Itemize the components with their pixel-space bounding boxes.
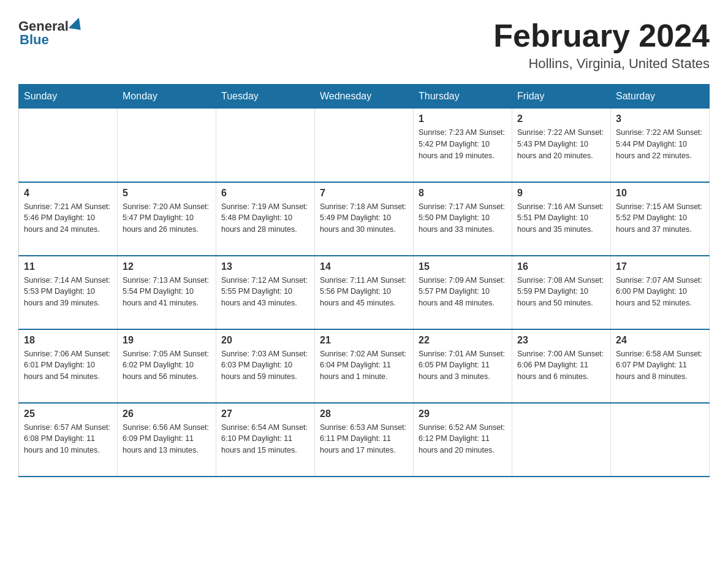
day-info: Sunrise: 7:18 AM Sunset: 5:49 PM Dayligh…	[320, 201, 408, 236]
day-number: 28	[320, 408, 408, 419]
calendar-day-2: 2Sunrise: 7:22 AM Sunset: 5:43 PM Daylig…	[512, 109, 611, 182]
day-info: Sunrise: 7:06 AM Sunset: 6:01 PM Dayligh…	[24, 348, 112, 383]
calendar-day-3: 3Sunrise: 7:22 AM Sunset: 5:44 PM Daylig…	[611, 109, 710, 182]
logo-blue-text: Blue	[20, 32, 49, 48]
day-number: 23	[517, 335, 605, 346]
calendar-day-7: 7Sunrise: 7:18 AM Sunset: 5:49 PM Daylig…	[315, 182, 414, 256]
day-number: 21	[320, 335, 408, 346]
calendar-day-16: 16Sunrise: 7:08 AM Sunset: 5:59 PM Dayli…	[512, 256, 611, 329]
calendar-day-14: 14Sunrise: 7:11 AM Sunset: 5:56 PM Dayli…	[315, 256, 414, 329]
calendar-empty-cell	[216, 109, 315, 182]
day-number: 19	[123, 335, 211, 346]
day-number: 11	[24, 261, 112, 272]
calendar-empty-cell	[611, 403, 710, 477]
page-header: General Blue February 2024 Hollins, Virg…	[18, 18, 710, 72]
calendar-week-row: 11Sunrise: 7:14 AM Sunset: 5:53 PM Dayli…	[19, 256, 710, 329]
day-number: 26	[123, 408, 211, 419]
day-number: 16	[517, 261, 605, 272]
day-number: 15	[419, 261, 507, 272]
day-info: Sunrise: 6:52 AM Sunset: 6:12 PM Dayligh…	[419, 422, 507, 456]
day-number: 4	[24, 188, 112, 199]
day-info: Sunrise: 7:22 AM Sunset: 5:43 PM Dayligh…	[517, 127, 605, 161]
weekday-header-friday: Friday	[512, 85, 611, 109]
calendar-day-22: 22Sunrise: 7:01 AM Sunset: 6:05 PM Dayli…	[414, 329, 512, 403]
day-info: Sunrise: 7:14 AM Sunset: 5:53 PM Dayligh…	[24, 275, 112, 309]
weekday-header-thursday: Thursday	[414, 85, 512, 109]
calendar-header-row: SundayMondayTuesdayWednesdayThursdayFrid…	[19, 85, 710, 109]
title-section: February 2024 Hollins, Virginia, United …	[493, 18, 710, 72]
day-number: 7	[320, 188, 408, 199]
calendar-day-10: 10Sunrise: 7:15 AM Sunset: 5:52 PM Dayli…	[611, 182, 710, 256]
calendar-week-row: 18Sunrise: 7:06 AM Sunset: 6:01 PM Dayli…	[19, 329, 710, 403]
day-number: 13	[221, 261, 309, 272]
day-number: 29	[419, 408, 507, 419]
day-number: 3	[616, 113, 704, 124]
day-info: Sunrise: 7:23 AM Sunset: 5:42 PM Dayligh…	[419, 127, 507, 161]
day-info: Sunrise: 7:02 AM Sunset: 6:04 PM Dayligh…	[320, 348, 408, 383]
day-info: Sunrise: 7:08 AM Sunset: 5:59 PM Dayligh…	[517, 275, 605, 309]
day-number: 14	[320, 261, 408, 272]
weekday-header-sunday: Sunday	[19, 85, 118, 109]
day-info: Sunrise: 7:09 AM Sunset: 5:57 PM Dayligh…	[419, 275, 507, 309]
day-info: Sunrise: 7:21 AM Sunset: 5:46 PM Dayligh…	[24, 201, 112, 236]
day-number: 24	[616, 335, 704, 346]
day-info: Sunrise: 6:53 AM Sunset: 6:11 PM Dayligh…	[320, 422, 408, 456]
calendar-day-26: 26Sunrise: 6:56 AM Sunset: 6:09 PM Dayli…	[118, 403, 216, 477]
day-number: 2	[517, 113, 605, 124]
calendar-day-17: 17Sunrise: 7:07 AM Sunset: 6:00 PM Dayli…	[611, 256, 710, 329]
day-info: Sunrise: 6:57 AM Sunset: 6:08 PM Dayligh…	[24, 422, 112, 456]
calendar-day-6: 6Sunrise: 7:19 AM Sunset: 5:48 PM Daylig…	[216, 182, 315, 256]
day-info: Sunrise: 6:58 AM Sunset: 6:07 PM Dayligh…	[616, 348, 704, 383]
day-info: Sunrise: 7:22 AM Sunset: 5:44 PM Dayligh…	[616, 127, 704, 161]
day-number: 25	[24, 408, 112, 419]
day-info: Sunrise: 7:07 AM Sunset: 6:00 PM Dayligh…	[616, 275, 704, 309]
calendar-day-1: 1Sunrise: 7:23 AM Sunset: 5:42 PM Daylig…	[414, 109, 512, 182]
calendar-day-20: 20Sunrise: 7:03 AM Sunset: 6:03 PM Dayli…	[216, 329, 315, 403]
calendar-day-25: 25Sunrise: 6:57 AM Sunset: 6:08 PM Dayli…	[19, 403, 118, 477]
month-title: February 2024	[493, 18, 710, 53]
calendar-day-8: 8Sunrise: 7:17 AM Sunset: 5:50 PM Daylig…	[414, 182, 512, 256]
calendar-day-4: 4Sunrise: 7:21 AM Sunset: 5:46 PM Daylig…	[19, 182, 118, 256]
day-number: 22	[419, 335, 507, 346]
day-info: Sunrise: 7:15 AM Sunset: 5:52 PM Dayligh…	[616, 201, 704, 236]
weekday-header-monday: Monday	[118, 85, 216, 109]
day-number: 10	[616, 188, 704, 199]
calendar-empty-cell	[19, 109, 118, 182]
day-info: Sunrise: 7:01 AM Sunset: 6:05 PM Dayligh…	[419, 348, 507, 383]
calendar-week-row: 25Sunrise: 6:57 AM Sunset: 6:08 PM Dayli…	[19, 403, 710, 477]
day-info: Sunrise: 7:11 AM Sunset: 5:56 PM Dayligh…	[320, 275, 408, 309]
day-number: 27	[221, 408, 309, 419]
calendar-day-13: 13Sunrise: 7:12 AM Sunset: 5:55 PM Dayli…	[216, 256, 315, 329]
calendar-week-row: 4Sunrise: 7:21 AM Sunset: 5:46 PM Daylig…	[19, 182, 710, 256]
weekday-header-wednesday: Wednesday	[315, 85, 414, 109]
day-number: 6	[221, 188, 309, 199]
calendar-day-27: 27Sunrise: 6:54 AM Sunset: 6:10 PM Dayli…	[216, 403, 315, 477]
day-info: Sunrise: 7:19 AM Sunset: 5:48 PM Dayligh…	[221, 201, 309, 236]
calendar-table: SundayMondayTuesdayWednesdayThursdayFrid…	[18, 84, 710, 477]
calendar-empty-cell	[315, 109, 414, 182]
calendar-day-28: 28Sunrise: 6:53 AM Sunset: 6:11 PM Dayli…	[315, 403, 414, 477]
location-text: Hollins, Virginia, United States	[493, 56, 710, 72]
calendar-day-5: 5Sunrise: 7:20 AM Sunset: 5:47 PM Daylig…	[118, 182, 216, 256]
day-info: Sunrise: 7:00 AM Sunset: 6:06 PM Dayligh…	[517, 348, 605, 383]
day-number: 9	[517, 188, 605, 199]
calendar-day-19: 19Sunrise: 7:05 AM Sunset: 6:02 PM Dayli…	[118, 329, 216, 403]
calendar-day-18: 18Sunrise: 7:06 AM Sunset: 6:01 PM Dayli…	[19, 329, 118, 403]
calendar-empty-cell	[512, 403, 611, 477]
weekday-header-tuesday: Tuesday	[216, 85, 315, 109]
day-info: Sunrise: 7:20 AM Sunset: 5:47 PM Dayligh…	[123, 201, 211, 236]
logo: General Blue	[18, 18, 86, 48]
weekday-header-saturday: Saturday	[611, 85, 710, 109]
logo-arrow-icon	[69, 18, 86, 35]
day-info: Sunrise: 7:16 AM Sunset: 5:51 PM Dayligh…	[517, 201, 605, 236]
calendar-week-row: 1Sunrise: 7:23 AM Sunset: 5:42 PM Daylig…	[19, 109, 710, 182]
calendar-day-24: 24Sunrise: 6:58 AM Sunset: 6:07 PM Dayli…	[611, 329, 710, 403]
day-number: 17	[616, 261, 704, 272]
calendar-day-15: 15Sunrise: 7:09 AM Sunset: 5:57 PM Dayli…	[414, 256, 512, 329]
day-info: Sunrise: 7:17 AM Sunset: 5:50 PM Dayligh…	[419, 201, 507, 236]
calendar-day-9: 9Sunrise: 7:16 AM Sunset: 5:51 PM Daylig…	[512, 182, 611, 256]
day-info: Sunrise: 6:54 AM Sunset: 6:10 PM Dayligh…	[221, 422, 309, 456]
day-number: 1	[419, 113, 507, 124]
day-info: Sunrise: 7:03 AM Sunset: 6:03 PM Dayligh…	[221, 348, 309, 383]
day-number: 12	[123, 261, 211, 272]
